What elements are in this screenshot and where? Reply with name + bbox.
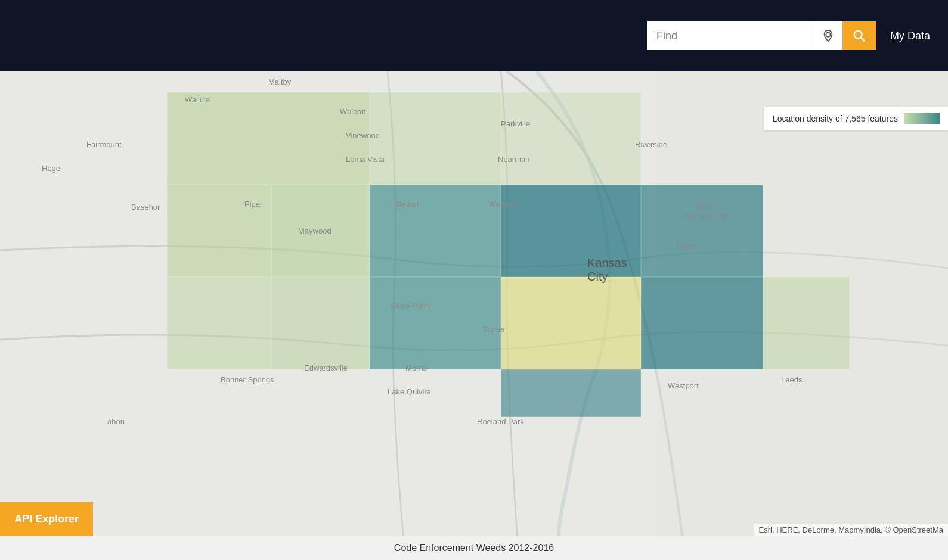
- svg-point-1: [854, 31, 862, 39]
- grid-cell: [370, 185, 501, 277]
- map[interactable]: MaltbyWallulaWolcottFairmountVinewoodLom…: [0, 71, 948, 560]
- search-button[interactable]: [842, 21, 876, 50]
- grid-cell: [641, 277, 763, 369]
- svg-point-0: [826, 33, 831, 37]
- search-icon: [853, 29, 866, 42]
- legend-color-scale: [904, 113, 940, 124]
- grid-cell: [763, 277, 850, 369]
- grid-cell: [501, 277, 641, 369]
- grid-cell: [370, 92, 501, 185]
- svg-line-2: [861, 38, 865, 41]
- grid-cell: [501, 369, 641, 417]
- grid-cell: [641, 185, 763, 277]
- location-button[interactable]: [814, 21, 842, 50]
- api-explorer-button[interactable]: API Explorer: [0, 502, 93, 536]
- search-input[interactable]: [647, 21, 814, 50]
- grid-cell: [271, 185, 370, 277]
- title-bar: Code Enforcement Weeds 2012-2016: [0, 536, 948, 560]
- header: My Data: [0, 0, 948, 71]
- grid-cell: [501, 185, 641, 277]
- grid-cell: [167, 92, 370, 185]
- grid-cell: [501, 92, 641, 185]
- grid-cell: [167, 185, 271, 277]
- map-attribution: Esri, HERE, DeLorme, MapmyIndia, © OpenS…: [754, 524, 948, 536]
- grid-cell: [167, 277, 271, 369]
- my-data-button[interactable]: My Data: [890, 30, 930, 42]
- grid-cell: [370, 277, 501, 369]
- map-title: Code Enforcement Weeds 2012-2016: [394, 543, 554, 553]
- legend-text: Location density of 7,565 features: [773, 114, 898, 123]
- search-container: My Data: [647, 21, 930, 50]
- location-icon: [822, 29, 835, 42]
- legend-box: Location density of 7,565 features: [764, 107, 948, 130]
- grid-cell: [271, 277, 370, 369]
